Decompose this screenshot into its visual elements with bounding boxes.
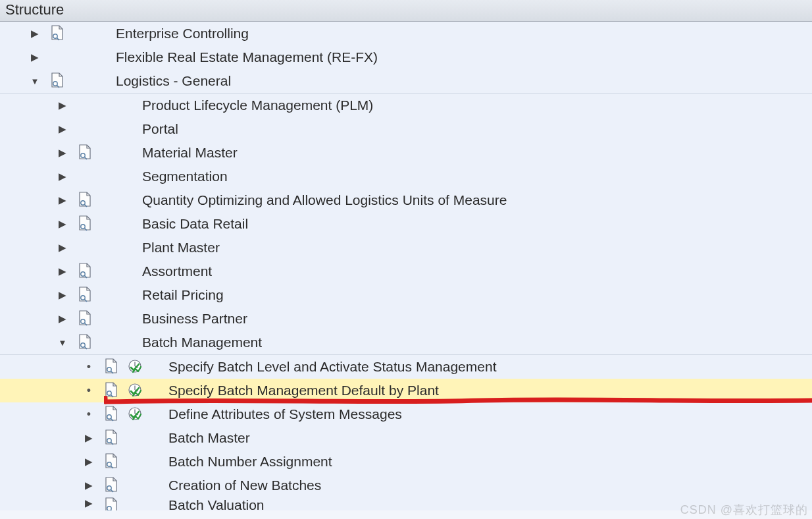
- img-activity-doc-icon[interactable]: [78, 263, 93, 280]
- tree-node-label[interactable]: Retail Pricing: [140, 287, 812, 303]
- tree-row[interactable]: ▶Portal: [0, 117, 812, 141]
- tree-leaf-bullet: •: [83, 384, 95, 398]
- tree-row[interactable]: ▼ Logistics - General: [0, 69, 812, 94]
- execute-activity-icon[interactable]: [128, 359, 143, 375]
- tree-node-label[interactable]: Define Attributes of System Messages: [166, 406, 812, 422]
- tree-node-label[interactable]: Segmentation: [140, 169, 812, 184]
- img-activity-doc-icon[interactable]: [78, 310, 93, 327]
- expand-icon[interactable]: ▶: [57, 147, 68, 159]
- img-activity-doc-icon[interactable]: [104, 477, 120, 494]
- tree-node-label[interactable]: Creation of New Batches: [166, 478, 812, 493]
- tree-node-label[interactable]: Enterprise Controlling: [113, 26, 812, 41]
- img-activity-doc-icon[interactable]: [78, 334, 93, 351]
- expand-icon[interactable]: ▶: [57, 265, 68, 277]
- execute-activity-icon[interactable]: [128, 383, 143, 398]
- tree-node-label[interactable]: Logistics - General: [113, 73, 812, 89]
- img-activity-doc-icon[interactable]: [104, 497, 120, 510]
- tree-row[interactable]: ▶ Batch Valuation: [0, 497, 812, 510]
- tree-row[interactable]: ▶ Quantity Optimizing and Allowed Logist…: [0, 188, 812, 212]
- tree-row[interactable]: ▶ Batch Master: [0, 426, 812, 450]
- tree-leaf-bullet: •: [83, 408, 95, 422]
- expand-icon[interactable]: ▶: [57, 289, 68, 301]
- tree-row[interactable]: ▶ Creation of New Batches: [0, 474, 812, 497]
- expand-icon[interactable]: ▶: [57, 123, 68, 135]
- img-activity-doc-icon[interactable]: [50, 25, 66, 42]
- tree-row[interactable]: ▶ Batch Number Assignment: [0, 450, 812, 474]
- tree-node-label[interactable]: Plant Master: [140, 240, 812, 256]
- tree-node-label[interactable]: Basic Data Retail: [140, 216, 812, 232]
- img-activity-doc-icon[interactable]: [78, 144, 93, 161]
- tree-row[interactable]: • Specify Batch Management Default by Pl…: [0, 379, 812, 402]
- img-activity-doc-icon[interactable]: [50, 72, 66, 90]
- tree-row[interactable]: ▶ Retail Pricing: [0, 283, 812, 307]
- tree-row[interactable]: • Specify Batch Level and Activate Statu…: [0, 355, 812, 379]
- collapse-icon[interactable]: ▼: [29, 76, 41, 86]
- tree-node-label[interactable]: Specify Batch Management Default by Plan…: [166, 383, 812, 398]
- expand-icon[interactable]: ▶: [29, 51, 41, 63]
- expand-icon[interactable]: ▶: [57, 313, 68, 325]
- expand-icon[interactable]: ▶: [57, 218, 68, 230]
- tree-node-label[interactable]: Assortment: [140, 263, 812, 279]
- tree-node-label[interactable]: Batch Management: [140, 335, 812, 350]
- tree-node-label[interactable]: Flexible Real Estate Management (RE-FX): [113, 49, 812, 65]
- tree-row[interactable]: • Define Attributes of System Messages: [0, 402, 812, 426]
- expand-icon[interactable]: ▶: [57, 171, 68, 182]
- tree-node-label[interactable]: Portal: [140, 121, 812, 137]
- execute-activity-icon[interactable]: [128, 406, 143, 422]
- img-activity-doc-icon[interactable]: [104, 382, 120, 399]
- expand-icon[interactable]: ▶: [57, 242, 68, 254]
- expand-icon[interactable]: ▶: [57, 99, 68, 111]
- expand-icon[interactable]: ▶: [29, 28, 41, 40]
- tree-node-label[interactable]: Material Master: [140, 145, 812, 161]
- tree-row[interactable]: ▶ Material Master: [0, 141, 812, 165]
- img-activity-doc-icon[interactable]: [78, 287, 93, 304]
- collapse-icon[interactable]: ▼: [57, 338, 68, 348]
- tree-row[interactable]: ▶Product Lifecycle Management (PLM): [0, 94, 812, 117]
- expand-icon[interactable]: ▶: [83, 456, 95, 468]
- tree-row[interactable]: ▶ Basic Data Retail: [0, 212, 812, 236]
- tree-row[interactable]: ▶Plant Master: [0, 236, 812, 260]
- img-activity-doc-icon[interactable]: [104, 453, 120, 470]
- tree-node-label[interactable]: Quantity Optimizing and Allowed Logistic…: [140, 192, 812, 208]
- img-activity-doc-icon[interactable]: [78, 215, 93, 232]
- img-tree: ▶ Enterprise Controlling▶Flexible Real E…: [0, 22, 812, 510]
- img-activity-doc-icon[interactable]: [78, 192, 93, 209]
- tree-row[interactable]: ▶Segmentation: [0, 165, 812, 188]
- expand-icon[interactable]: ▶: [83, 432, 95, 444]
- tree-row[interactable]: ▶Flexible Real Estate Management (RE-FX): [0, 45, 812, 69]
- tree-node-label[interactable]: Batch Valuation: [166, 497, 812, 510]
- tree-row[interactable]: ▶ Business Partner: [0, 307, 812, 331]
- tree-node-label[interactable]: Batch Number Assignment: [166, 454, 812, 470]
- img-activity-doc-icon[interactable]: [104, 429, 120, 447]
- tree-row[interactable]: ▶ Enterprise Controlling: [0, 22, 812, 45]
- expand-icon[interactable]: ▶: [83, 497, 95, 509]
- tree-leaf-bullet: •: [83, 360, 95, 374]
- tree-node-label[interactable]: Batch Master: [166, 430, 812, 446]
- expand-icon[interactable]: ▶: [57, 194, 68, 206]
- tree-row[interactable]: ▼ Batch Management: [0, 331, 812, 355]
- tree-node-label[interactable]: Product Lifecycle Management (PLM): [140, 97, 812, 113]
- expand-icon[interactable]: ▶: [83, 479, 95, 491]
- img-activity-doc-icon[interactable]: [104, 358, 120, 375]
- header-title: Structure: [5, 1, 64, 18]
- img-activity-doc-icon[interactable]: [104, 406, 120, 423]
- structure-header: Structure: [0, 0, 812, 22]
- tree-node-label[interactable]: Business Partner: [140, 311, 812, 327]
- tree-row[interactable]: ▶ Assortment: [0, 260, 812, 283]
- tree-node-label[interactable]: Specify Batch Level and Activate Status …: [166, 359, 812, 375]
